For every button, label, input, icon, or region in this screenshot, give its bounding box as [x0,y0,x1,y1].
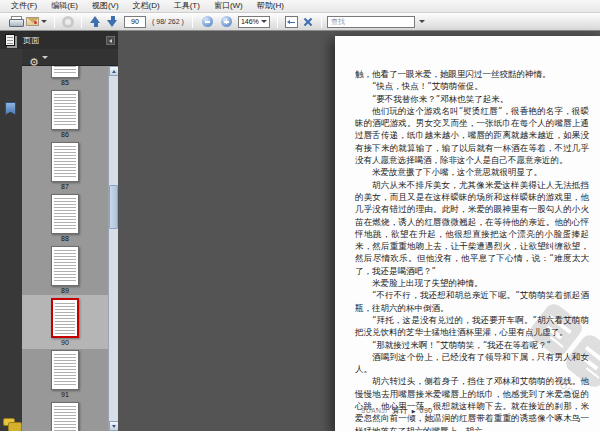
toolbar-separator [192,15,193,28]
footer-marker-icon: ▶ [412,408,416,414]
zoom-out-button[interactable] [198,14,217,30]
thumbnail-page-number: 88 [61,235,69,242]
paragraph: “那就接过来啊！”艾萌萌笑，“我还在等着呢？” [355,339,589,351]
page-thumbnail-85[interactable]: 85 [22,66,108,89]
thumbnail-page-number: 89 [61,287,69,294]
panel-scrollbar[interactable] [108,66,118,431]
chevron-down-icon [419,20,425,23]
page-thumbnail-86[interactable]: 86 [22,87,108,141]
thumbnail-page-image[interactable] [51,246,79,286]
find-input[interactable] [327,16,415,28]
menu-view[interactable]: 视图(V) [85,0,126,12]
menu-window[interactable]: 窗口(W) [207,0,250,12]
thumbnail-page-image[interactable] [51,298,79,338]
thumbnail-page-image[interactable] [51,194,79,234]
collapse-panel-button[interactable] [106,36,115,45]
bookmarks-tab-icon[interactable] [5,102,16,115]
previous-page-button[interactable] [87,14,104,30]
menu-help[interactable]: 帮助(H) [250,0,291,12]
menu-tools[interactable]: 工具(T) [167,0,207,12]
paragraph: 胡六转过头，侧着身子，挡住了邓林和艾萌萌的视线。他慢慢地去用嘴唇接米爱嘴唇上的纸… [355,375,589,431]
panel-title: 页面 [23,35,106,46]
triangle-up-icon [112,70,116,73]
toolbar-separator [54,15,55,28]
page-count-label: ( 98/ 262 ) [152,18,184,25]
document-text: 触，他看了一眼米爱，她眼里闪过一丝狡黠的神情。“快点，快点！”艾萌萌催促。“要不… [355,68,589,431]
page-thumbnail-92[interactable]: 92 [22,399,108,431]
scroll-down-button[interactable] [109,421,118,431]
paragraph: 胡六从来不排斥美女，尤其像米爱这样美得让人无法抵挡的美女，而且又是在这样暧昧的场… [355,179,589,277]
comments-tab-icon[interactable] [3,418,15,426]
chevron-down-icon[interactable] [42,56,48,59]
page-thumbnail-88[interactable]: 88 [22,191,108,245]
fit-page-icon [302,16,314,28]
gear-icon[interactable] [29,52,40,63]
arrow-down-icon [106,15,119,28]
menu-edit[interactable]: 编辑(E) [44,0,85,12]
thumbnails-panel: 8586878889909192 [22,66,118,431]
zoom-in-icon [221,16,232,27]
zoom-out-icon [202,16,213,27]
book-series-label: SUANJI [361,407,388,414]
thumbnail-page-number: 86 [61,131,69,138]
thumbnail-page-number: 87 [61,183,69,190]
paragraph: 米爱故意撅了下小嘴，这个意思就很明显了。 [355,166,589,178]
pages-tab-icon[interactable] [5,34,15,46]
menu-bar: 文件(F)编辑(E)视图(V)文档(D)工具(T)窗口(W)帮助(H) [0,0,600,13]
page-thumbnail-90[interactable]: 90 [22,295,108,349]
zoom-in-button[interactable] [217,14,236,30]
scroll-up-button[interactable] [109,66,118,76]
page-thumbnail-89[interactable]: 89 [22,243,108,297]
thumbnail-page-image[interactable] [51,142,79,182]
previous-view-button-disabled [60,14,76,30]
arrow-up-icon [89,15,102,28]
thumbnail-page-number: 90 [61,339,69,346]
paragraph: 他们玩的这个游戏名叫“熨烫红唇”，很香艳的名字，很暧昧的酒吧游戏。男女交叉而坐，… [355,105,589,166]
paragraph: 触，他看了一眼米爱，她眼里闪过一丝狡黠的神情。 [355,68,589,80]
toolbar-separator [81,15,82,28]
next-page-button[interactable] [104,14,121,30]
thumbnail-page-image[interactable] [51,402,79,431]
thumbnail-page-image[interactable] [51,66,79,78]
fit-width-button[interactable] [283,14,300,30]
triangle-down-icon [112,425,116,428]
paragraph: “快点，快点！”艾萌萌催促。 [355,80,589,92]
toolbar-separator [277,15,278,28]
menu-file[interactable]: 文件(F) [4,0,44,12]
footer-page-number: 090 [420,407,433,414]
paragraph: “要不我替你来？”邓林也笑了起来。 [355,93,589,105]
book-title-label: 算计 [392,405,408,416]
panel-options-row [22,49,118,66]
thumbnail-page-number: 91 [61,391,69,398]
fit-width-icon [285,16,298,28]
document-page: 触，他看了一眼米爱，她眼里闪过一丝狡黠的神情。“快点，快点！”艾萌萌催促。“要不… [335,36,600,431]
navigation-tab-strip [0,31,22,431]
zoom-level-value: 146% [241,18,259,25]
paragraph: 米爱脸上出现了失望的神情。 [355,277,589,289]
thumbnail-page-image[interactable] [51,90,79,130]
email-button[interactable] [24,14,49,30]
thumbnail-page-number: 85 [61,79,69,86]
pages-panel-header: 页面 [0,31,118,49]
find-options-button[interactable] [415,14,427,30]
page-number-input[interactable] [124,16,146,28]
print-icon [9,16,22,27]
email-icon [26,17,39,26]
scrollbar-thumb[interactable] [109,185,118,229]
paragraph: 酒喝到这个份上，已经没有了领导和下属，只有男人和女人。 [355,351,589,376]
print-button[interactable] [7,14,24,30]
zoom-level-select[interactable]: 146% [238,16,270,28]
toolbar-separator [321,15,322,28]
paragraph: “不行不行，我还想和胡总亲近下呢。”艾萌萌笑着抓起酒瓶，往胡六的杯中倒酒。 [355,289,589,314]
page-thumbnail-91[interactable]: 91 [22,347,108,401]
fit-page-button[interactable] [300,14,316,30]
toolbar: ( 98/ 262 ) 146% [0,13,600,31]
thumbnail-list: 8586878889909192 [22,66,108,431]
page-thumbnail-87[interactable]: 87 [22,139,108,193]
chevron-down-icon [261,20,267,23]
menu-document[interactable]: 文档(D) [126,0,167,12]
paragraph: “拜托，这是没有兑过的，我还要开车啊。”胡六看艾萌萌把没兑饮料的芝华士猛地往酒杯… [355,314,589,339]
page-footer: SUANJI 算计 ▶ 090 [361,405,433,416]
thumbnail-page-image[interactable] [51,350,79,390]
previous-view-icon [62,16,74,28]
